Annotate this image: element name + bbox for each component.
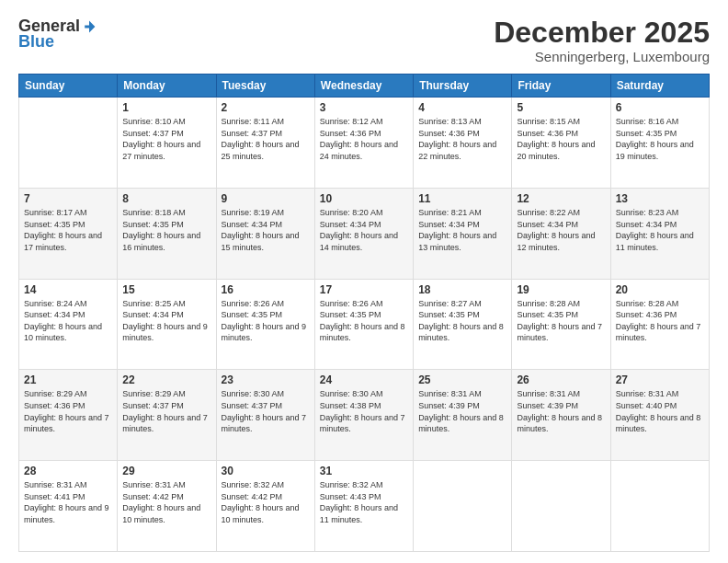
sunrise-text: Sunrise: 8:30 AM (222, 389, 285, 398)
cell-info: Sunrise: 8:15 AMSunset: 4:36 PMDaylight:… (517, 116, 605, 162)
sunset-text: Sunset: 4:36 PM (24, 401, 85, 410)
sunset-text: Sunset: 4:35 PM (616, 129, 677, 138)
sunrise-text: Sunrise: 8:32 AM (320, 480, 383, 489)
sunrise-text: Sunrise: 8:11 AM (222, 117, 285, 126)
col-friday: Friday (512, 75, 610, 98)
sunrise-text: Sunrise: 8:12 AM (320, 117, 383, 126)
day-number: 19 (517, 283, 605, 296)
day-number: 1 (122, 101, 210, 114)
cell-info: Sunrise: 8:23 AMSunset: 4:34 PMDaylight:… (616, 207, 704, 253)
table-cell: 26Sunrise: 8:31 AMSunset: 4:39 PMDayligh… (512, 370, 610, 461)
sunrise-text: Sunrise: 8:31 AM (122, 480, 186, 489)
daylight-text: Daylight: 8 hours and 8 minutes. (616, 413, 701, 434)
sunrise-text: Sunrise: 8:31 AM (517, 389, 580, 398)
cell-info: Sunrise: 8:16 AMSunset: 4:35 PMDaylight:… (616, 116, 704, 162)
table-cell: 28Sunrise: 8:31 AMSunset: 4:41 PMDayligh… (19, 461, 118, 552)
sunset-text: Sunset: 4:37 PM (222, 129, 283, 138)
day-number: 6 (616, 101, 704, 114)
table-cell: 20Sunrise: 8:28 AMSunset: 4:36 PMDayligh… (610, 279, 709, 370)
daylight-text: Daylight: 8 hours and 27 minutes. (122, 140, 200, 161)
cell-info: Sunrise: 8:24 AMSunset: 4:34 PMDaylight:… (24, 298, 112, 344)
sunrise-text: Sunrise: 8:17 AM (24, 208, 87, 217)
daylight-text: Daylight: 8 hours and 7 minutes. (517, 322, 602, 343)
day-number: 21 (24, 373, 112, 386)
calendar-header-row: Sunday Monday Tuesday Wednesday Thursday… (19, 75, 710, 98)
sunset-text: Sunset: 4:37 PM (122, 401, 184, 410)
sunset-text: Sunset: 4:36 PM (418, 129, 480, 138)
daylight-text: Daylight: 8 hours and 14 minutes. (320, 231, 398, 252)
daylight-text: Daylight: 8 hours and 24 minutes. (320, 140, 398, 161)
logo-blue: Blue (18, 32, 54, 52)
sunrise-text: Sunrise: 8:21 AM (418, 208, 482, 217)
table-cell: 17Sunrise: 8:26 AMSunset: 4:35 PMDayligh… (314, 279, 413, 370)
day-number: 30 (222, 465, 310, 477)
daylight-text: Daylight: 8 hours and 12 minutes. (517, 231, 595, 252)
cell-info: Sunrise: 8:30 AMSunset: 4:37 PMDaylight:… (222, 388, 310, 434)
table-cell (610, 461, 709, 552)
calendar-week-row: 14Sunrise: 8:24 AMSunset: 4:34 PMDayligh… (19, 279, 710, 370)
daylight-text: Daylight: 8 hours and 7 minutes. (616, 322, 701, 343)
table-cell: 30Sunrise: 8:32 AMSunset: 4:42 PMDayligh… (216, 461, 314, 552)
day-number: 8 (122, 192, 210, 205)
day-number: 18 (418, 283, 506, 296)
cell-info: Sunrise: 8:29 AMSunset: 4:37 PMDaylight:… (122, 388, 210, 434)
cell-info: Sunrise: 8:27 AMSunset: 4:35 PMDaylight:… (418, 298, 506, 344)
cell-info: Sunrise: 8:26 AMSunset: 4:35 PMDaylight:… (320, 298, 408, 344)
sunset-text: Sunset: 4:35 PM (24, 220, 85, 229)
daylight-text: Daylight: 8 hours and 7 minutes. (222, 413, 307, 434)
sunrise-text: Sunrise: 8:26 AM (320, 299, 383, 308)
table-cell: 7Sunrise: 8:17 AMSunset: 4:35 PMDaylight… (19, 188, 118, 279)
day-number: 27 (616, 373, 704, 386)
page: General Blue December 2025 Senningerberg… (0, 0, 728, 563)
sunrise-text: Sunrise: 8:31 AM (418, 389, 482, 398)
sunset-text: Sunset: 4:35 PM (122, 220, 184, 229)
sunrise-text: Sunrise: 8:28 AM (616, 299, 679, 308)
table-cell: 8Sunrise: 8:18 AMSunset: 4:35 PMDaylight… (118, 188, 216, 279)
sunset-text: Sunset: 4:37 PM (122, 129, 184, 138)
day-number: 16 (222, 283, 310, 296)
sunrise-text: Sunrise: 8:20 AM (320, 208, 383, 217)
cell-info: Sunrise: 8:22 AMSunset: 4:34 PMDaylight:… (517, 207, 605, 253)
col-tuesday: Tuesday (216, 75, 314, 98)
daylight-text: Daylight: 8 hours and 16 minutes. (122, 231, 200, 252)
day-number: 4 (418, 101, 506, 114)
day-number: 2 (222, 101, 310, 114)
table-cell: 15Sunrise: 8:25 AMSunset: 4:34 PMDayligh… (118, 279, 216, 370)
table-cell: 23Sunrise: 8:30 AMSunset: 4:37 PMDayligh… (216, 370, 314, 461)
sunrise-text: Sunrise: 8:31 AM (616, 389, 679, 398)
cell-info: Sunrise: 8:20 AMSunset: 4:34 PMDaylight:… (320, 207, 408, 253)
sunrise-text: Sunrise: 8:26 AM (222, 299, 285, 308)
daylight-text: Daylight: 8 hours and 19 minutes. (616, 140, 694, 161)
cell-info: Sunrise: 8:13 AMSunset: 4:36 PMDaylight:… (418, 116, 506, 162)
table-cell: 25Sunrise: 8:31 AMSunset: 4:39 PMDayligh… (414, 370, 512, 461)
sunset-text: Sunset: 4:36 PM (320, 129, 381, 138)
sunrise-text: Sunrise: 8:15 AM (517, 117, 580, 126)
cell-info: Sunrise: 8:31 AMSunset: 4:39 PMDaylight:… (418, 388, 506, 434)
sunset-text: Sunset: 4:42 PM (122, 492, 184, 501)
table-cell: 3Sunrise: 8:12 AMSunset: 4:36 PMDaylight… (314, 98, 413, 189)
sunrise-text: Sunrise: 8:19 AM (222, 208, 285, 217)
day-number: 31 (320, 465, 408, 477)
day-number: 11 (418, 192, 506, 205)
table-cell: 6Sunrise: 8:16 AMSunset: 4:35 PMDaylight… (610, 98, 709, 189)
sunset-text: Sunset: 4:36 PM (616, 310, 677, 319)
cell-info: Sunrise: 8:26 AMSunset: 4:35 PMDaylight:… (222, 298, 310, 344)
sunset-text: Sunset: 4:34 PM (24, 310, 85, 319)
day-number: 29 (122, 465, 210, 477)
sunrise-text: Sunrise: 8:32 AM (222, 480, 285, 489)
calendar-table: Sunday Monday Tuesday Wednesday Thursday… (18, 74, 710, 552)
sunrise-text: Sunrise: 8:29 AM (24, 389, 87, 398)
sunset-text: Sunset: 4:40 PM (616, 401, 677, 410)
sunset-text: Sunset: 4:34 PM (616, 220, 677, 229)
table-cell (19, 98, 118, 189)
col-thursday: Thursday (414, 75, 512, 98)
calendar-week-row: 28Sunrise: 8:31 AMSunset: 4:41 PMDayligh… (19, 461, 710, 552)
cell-info: Sunrise: 8:12 AMSunset: 4:36 PMDaylight:… (320, 116, 408, 162)
table-cell: 4Sunrise: 8:13 AMSunset: 4:36 PMDaylight… (414, 98, 512, 189)
col-saturday: Saturday (610, 75, 709, 98)
sunset-text: Sunset: 4:36 PM (517, 129, 578, 138)
sunset-text: Sunset: 4:34 PM (418, 220, 480, 229)
cell-info: Sunrise: 8:32 AMSunset: 4:43 PMDaylight:… (320, 479, 408, 525)
table-cell: 11Sunrise: 8:21 AMSunset: 4:34 PMDayligh… (414, 188, 512, 279)
table-cell: 31Sunrise: 8:32 AMSunset: 4:43 PMDayligh… (314, 461, 413, 552)
